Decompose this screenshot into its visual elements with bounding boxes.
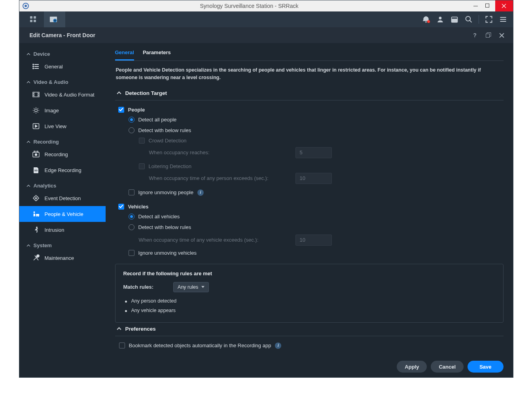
radio-detect-all-people[interactable]	[129, 117, 134, 123]
match-rules-dropdown[interactable]: Any rules	[173, 282, 209, 292]
fullscreen-icon[interactable]	[485, 15, 493, 24]
cancel-button[interactable]: Cancel	[431, 361, 464, 373]
radio-detect-vehicles-rules[interactable]	[129, 224, 134, 230]
sidebar-item-recording[interactable]: Recording	[19, 146, 106, 162]
window-close-button[interactable]	[495, 0, 513, 11]
svg-point-16	[33, 64, 34, 65]
sidebar-item-general[interactable]: General	[19, 59, 106, 74]
label-ignore-vehicles: Ignore unmoving vehicles	[138, 250, 197, 256]
sidebar-section-recording[interactable]: Recording	[19, 134, 106, 146]
checkbox-ignore-people[interactable]	[129, 189, 134, 195]
label-detect-people-rules: Detect with below rules	[138, 127, 191, 133]
label-people: People	[128, 107, 145, 113]
close-panel-icon[interactable]	[499, 32, 505, 38]
label-loitering: Loitering Detection	[149, 163, 191, 169]
footer: Apply Cancel Save	[19, 356, 513, 377]
radio-detect-all-vehicles[interactable]	[129, 214, 134, 220]
label-occupancy: When occupancy reaches:	[149, 150, 292, 155]
tab-parameters[interactable]: Parameters	[143, 47, 171, 61]
label-detect-vehicles-rules: Detect with below rules	[138, 224, 191, 230]
label-vehicle-occ: When occupancy time of any vehicle excee…	[139, 237, 292, 243]
section-preferences[interactable]: Preferences	[115, 323, 504, 336]
panel-header: Edit Camera - Front Door ?	[19, 27, 513, 43]
svg-point-17	[33, 66, 34, 67]
calendar-icon[interactable]	[450, 15, 459, 24]
sidebar-item-edge-recording[interactable]: SDEdge Recording	[19, 162, 106, 178]
rule-item: Any person detected	[129, 296, 495, 306]
app-logo-icon	[23, 3, 29, 9]
camera-tab-icon[interactable]	[44, 11, 65, 27]
info-icon[interactable]: i	[197, 189, 204, 196]
input-occupancy	[295, 147, 332, 158]
label-vehicles: Vehicles	[128, 204, 149, 210]
svg-rect-3	[34, 16, 36, 19]
info-icon[interactable]: i	[275, 343, 281, 349]
checkbox-ignore-vehicles[interactable]	[129, 250, 134, 256]
play-square-icon	[32, 122, 40, 130]
separator	[479, 15, 479, 24]
sidebar-item-people-vehicle[interactable]: People & Vehicle	[19, 206, 106, 222]
description-text: People and Vehicle Detection specializes…	[115, 61, 504, 87]
list-icon	[32, 62, 40, 70]
sidebar-item-maintenance[interactable]: Maintenance	[19, 250, 106, 266]
running-person-icon	[32, 226, 40, 234]
checkbox-crowd-detection	[139, 138, 145, 144]
tools-icon	[32, 254, 40, 262]
sidebar-item-liveview[interactable]: Live View	[19, 118, 106, 134]
target-icon	[32, 194, 40, 202]
svg-rect-5	[34, 20, 36, 22]
svg-point-14	[466, 17, 470, 21]
radio-detect-people-rules[interactable]	[129, 127, 134, 133]
app-top-bar	[19, 11, 513, 27]
window-maximize-button[interactable]	[482, 0, 494, 11]
main-content: General Parameters People and Vehicle De…	[106, 43, 513, 356]
search-icon[interactable]	[464, 15, 473, 24]
match-rules-label: Match rules:	[123, 284, 154, 290]
notification-badge	[427, 20, 430, 23]
sidebar-section-device[interactable]: Device	[19, 46, 106, 59]
sidebar-section-video[interactable]: Video & Audio	[19, 74, 106, 87]
rules-box: Record if the following rules are met Ma…	[115, 264, 504, 323]
windows-titlebar: Synology Surveillance Station - SRRack	[19, 0, 513, 11]
label-crowd-detection: Crowd Detection	[149, 138, 187, 144]
user-icon[interactable]	[436, 15, 445, 24]
restore-window-icon[interactable]	[485, 32, 492, 38]
section-detection-target[interactable]: Detection Target	[115, 87, 504, 100]
brightness-icon	[32, 106, 40, 114]
svg-rect-23	[34, 151, 35, 152]
notifications-icon[interactable]	[422, 15, 430, 24]
label-bookmark: Bookmark detected objects automatically …	[129, 343, 271, 348]
svg-point-31	[36, 216, 37, 217]
svg-text:SD: SD	[34, 169, 38, 172]
sidebar-item-event-detection[interactable]: Event Detection	[19, 190, 106, 206]
svg-rect-15	[486, 34, 489, 38]
menu-icon[interactable]	[499, 15, 507, 24]
help-icon[interactable]: ?	[472, 32, 478, 38]
sidebar-item-image[interactable]: Image	[19, 102, 106, 118]
chevron-down-icon	[201, 286, 204, 288]
film-icon	[32, 91, 40, 98]
apply-button[interactable]: Apply	[397, 361, 427, 373]
checkbox-bookmark[interactable]	[119, 343, 125, 348]
checkbox-vehicles[interactable]	[118, 204, 124, 210]
svg-point-9	[425, 21, 426, 23]
tabs: General Parameters	[115, 45, 504, 61]
svg-rect-24	[37, 151, 38, 152]
svg-point-25	[35, 154, 37, 156]
rules-box-title: Record if the following rules are met	[123, 271, 495, 276]
svg-point-32	[38, 216, 39, 217]
sidebar-item-video-format[interactable]: Video & Audio Format	[19, 87, 106, 102]
svg-point-18	[33, 68, 34, 69]
save-button[interactable]: Save	[468, 361, 503, 373]
checkbox-people[interactable]	[118, 107, 124, 113]
window-minimize-button[interactable]	[470, 0, 482, 11]
label-loiter-time: When occupancy time of any person exceed…	[149, 175, 292, 181]
svg-point-8	[54, 20, 56, 21]
sidebar-section-analytics[interactable]: Analytics	[19, 178, 106, 190]
sd-card-icon: SD	[32, 166, 40, 174]
svg-point-20	[34, 109, 37, 112]
sidebar-section-system[interactable]: System	[19, 238, 106, 250]
home-tab-icon[interactable]	[23, 11, 44, 27]
tab-general[interactable]: General	[115, 47, 134, 61]
sidebar-item-intrusion[interactable]: Intrusion	[19, 222, 106, 238]
